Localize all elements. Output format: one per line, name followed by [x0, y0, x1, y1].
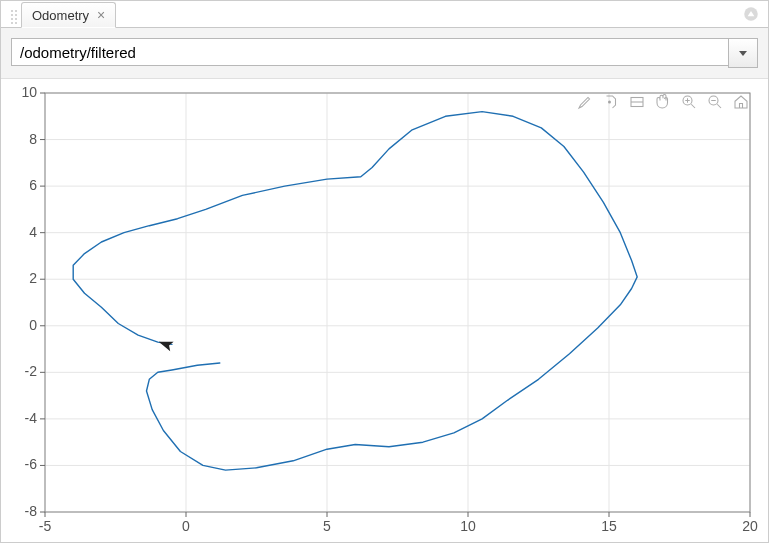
close-icon[interactable]: × [95, 8, 107, 22]
x-tick-label: 5 [317, 518, 337, 534]
y-tick-label: -8 [25, 503, 37, 519]
axes-toolbar [574, 91, 752, 113]
x-tick-label: 0 [176, 518, 196, 534]
zoom-in-icon[interactable] [678, 91, 700, 113]
y-tick-label: 4 [29, 224, 37, 240]
brush-icon[interactable] [574, 91, 596, 113]
svg-point-37 [608, 101, 611, 104]
linked-icon[interactable] [626, 91, 648, 113]
gear-icon[interactable] [742, 5, 760, 23]
y-tick-label: -6 [25, 456, 37, 472]
tab-label: Odometry [32, 8, 89, 23]
odometry-panel: Odometry × -505101520-8-6-4-20246810 [0, 0, 769, 543]
y-tick-label: 8 [29, 131, 37, 147]
svg-rect-19 [45, 93, 750, 512]
y-tick-label: 10 [21, 84, 37, 100]
x-tick-label: 10 [458, 518, 478, 534]
topic-dropdown-button[interactable] [728, 38, 758, 68]
datatip-icon[interactable] [600, 91, 622, 113]
pan-icon[interactable] [652, 91, 674, 113]
topic-input[interactable] [11, 38, 728, 66]
odometry-plot[interactable] [5, 83, 760, 538]
plot-area: -505101520-8-6-4-20246810 [1, 79, 768, 542]
zoom-out-icon[interactable] [704, 91, 726, 113]
y-tick-label: 0 [29, 317, 37, 333]
tab-bar: Odometry × [1, 1, 768, 28]
tab-odometry[interactable]: Odometry × [21, 2, 116, 28]
topic-toolbar [1, 28, 768, 79]
svg-line-41 [691, 104, 695, 108]
y-tick-label: -2 [25, 363, 37, 379]
svg-marker-2 [739, 51, 747, 56]
svg-line-45 [717, 104, 721, 108]
y-tick-label: -4 [25, 410, 37, 426]
drag-handle[interactable] [11, 7, 19, 27]
home-icon[interactable] [730, 91, 752, 113]
y-tick-label: 2 [29, 270, 37, 286]
topic-select [11, 38, 758, 68]
x-tick-label: 15 [599, 518, 619, 534]
x-tick-label: 20 [740, 518, 760, 534]
y-tick-label: 6 [29, 177, 37, 193]
x-tick-label: -5 [35, 518, 55, 534]
